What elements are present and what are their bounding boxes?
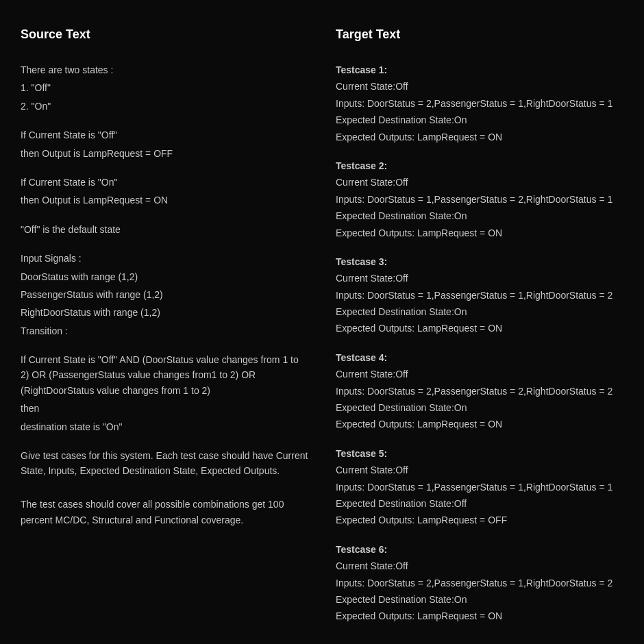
testcase-3-inputs: Inputs: DoorStatus = 1,PassengerStatus =… [336,288,623,303]
target-header: Target Text [336,27,623,42]
source-header: Source Text [21,27,308,42]
testcase-6-expected-dest: Expected Destination State:On [336,592,623,607]
testcase-1-expected-outputs: Expected Outputs: LampRequest = ON [336,129,623,145]
testcase-6: Testcase 6: Current State:Off Inputs: Do… [336,542,623,624]
source-line: If Current State is "Off" [21,127,308,143]
source-section-1: If Current State is "Off" then Output is… [21,127,308,161]
testcase-1-title: Testcase 1: [336,62,623,77]
testcase-3: Testcase 3: Current State:Off Inputs: Do… [336,254,623,336]
source-line: Input Signals : [21,251,308,266]
source-section-2: If Current State is "On" then Output is … [21,175,308,208]
source-section-4: Input Signals : DoorStatus with range (1… [21,251,308,338]
testcase-6-expected-outputs: Expected Outputs: LampRequest = ON [336,608,623,623]
testcase-4-inputs: Inputs: DoorStatus = 2,PassengerStatus =… [336,384,623,399]
source-section-6: Give test cases for this system. Each te… [21,448,308,528]
testcase-6-title: Testcase 6: [336,542,623,557]
source-line: If Current State is "On" [21,175,308,190]
testcase-4-title: Testcase 4: [336,350,623,365]
testcase-2: Testcase 2: Current State:Off Inputs: Do… [336,158,623,240]
source-line: destination state is "On" [21,419,308,434]
source-line: then Output is LampRequest = ON [21,193,308,208]
testcase-5-title: Testcase 5: [336,446,623,461]
source-line: 2. "On" [21,99,308,114]
testcase-5-expected-outputs: Expected Outputs: LampRequest = OFF [336,512,623,528]
source-line: The test cases should cover all possible… [21,497,308,528]
source-line: If Current State is "Off" AND (DoorStatu… [21,352,308,398]
testcase-2-inputs: Inputs: DoorStatus = 1,PassengerStatus =… [336,192,623,207]
source-line: PassengerStatus with range (1,2) [21,287,308,302]
testcase-2-current-state: Current State:Off [336,175,623,190]
source-line: 1. "Off" [21,80,308,95]
target-column: Target Text Testcase 1: Current State:Of… [329,27,630,638]
testcase-3-title: Testcase 3: [336,254,623,269]
source-line: RightDoorStatus with range (1,2) [21,305,308,320]
source-line: There are two states : [21,62,308,77]
source-section-5: If Current State is "Off" AND (DoorStatu… [21,352,308,434]
testcase-5: Testcase 5: Current State:Off Inputs: Do… [336,446,623,528]
testcase-3-expected-outputs: Expected Outputs: LampRequest = ON [336,321,623,336]
testcase-1: Testcase 1: Current State:Off Inputs: Do… [336,62,623,145]
testcase-1-current-state: Current State:Off [336,79,623,94]
source-section-0: There are two states : 1. "Off" 2. "On" [21,62,308,114]
testcase-4: Testcase 4: Current State:Off Inputs: Do… [336,350,623,432]
source-line: then [21,401,308,416]
source-line: then Output is LampRequest = OFF [21,146,308,161]
testcase-2-expected-dest: Expected Destination State:On [336,208,623,223]
testcase-6-inputs: Inputs: DoorStatus = 2,PassengerStatus =… [336,575,623,591]
testcase-4-expected-outputs: Expected Outputs: LampRequest = ON [336,417,623,432]
testcase-5-current-state: Current State:Off [336,462,623,478]
source-section-3: "Off" is the default state [21,222,308,237]
main-container: Source Text There are two states : 1. "O… [0,27,644,638]
testcase-3-current-state: Current State:Off [336,271,623,286]
testcase-6-current-state: Current State:Off [336,558,623,573]
testcase-3-expected-dest: Expected Destination State:On [336,304,623,319]
testcase-4-current-state: Current State:Off [336,367,623,382]
testcase-2-expected-outputs: Expected Outputs: LampRequest = ON [336,225,623,240]
source-column: Source Text There are two states : 1. "O… [14,27,315,638]
testcase-1-inputs: Inputs: DoorStatus = 2,PassengerStatus =… [336,96,623,111]
source-line: "Off" is the default state [21,222,308,237]
testcase-4-expected-dest: Expected Destination State:On [336,400,623,415]
source-line: Give test cases for this system. Each te… [21,448,308,479]
testcase-5-inputs: Inputs: DoorStatus = 1,PassengerStatus =… [336,480,623,495]
source-line: Transition : [21,323,308,338]
testcase-1-expected-dest: Expected Destination State:On [336,112,623,127]
source-line: DoorStatus with range (1,2) [21,269,308,284]
testcase-2-title: Testcase 2: [336,158,623,173]
testcase-5-expected-dest: Expected Destination State:Off [336,496,623,511]
